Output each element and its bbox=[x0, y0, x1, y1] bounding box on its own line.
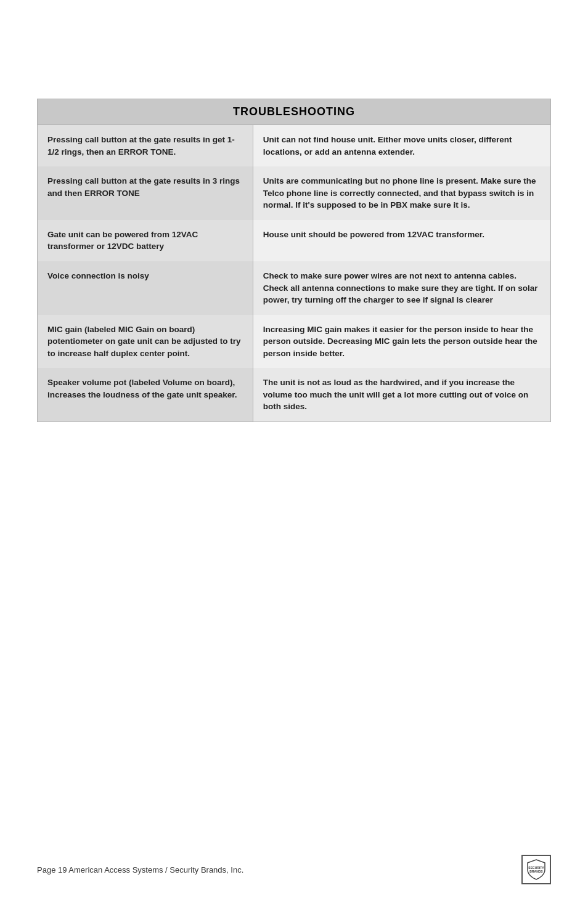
table-row-right-4: Increasing MIC gain makes it easier for … bbox=[253, 315, 550, 369]
page-content: TROUBLESHOOTING Pressing call button at … bbox=[0, 0, 588, 484]
page-footer: Page 19 American Access Systems / Securi… bbox=[37, 855, 551, 884]
shield-icon: SECURITY BRANDS bbox=[526, 858, 546, 881]
table-row-left-0: Pressing call button at the gate results… bbox=[38, 125, 253, 167]
table-row-left-5: Speaker volume pot (labeled Volume on bo… bbox=[38, 368, 253, 422]
table-row-right-2: House unit should be powered from 12VAC … bbox=[253, 220, 550, 261]
troubleshooting-table: TROUBLESHOOTING Pressing call button at … bbox=[37, 99, 551, 422]
footer-text: Page 19 American Access Systems / Securi… bbox=[37, 865, 243, 874]
table-row-left-1: Pressing call button at the gate results… bbox=[38, 166, 253, 220]
table-row-left-4: MIC gain (labeled MIC Gain on board) pot… bbox=[38, 315, 253, 369]
table-row-right-0: Unit can not find house unit. Either mov… bbox=[253, 125, 550, 167]
svg-text:BRANDS: BRANDS bbox=[529, 870, 543, 873]
table-title: TROUBLESHOOTING bbox=[38, 99, 551, 125]
table-row-right-5: The unit is not as loud as the hardwired… bbox=[253, 368, 550, 422]
table-row-left-2: Gate unit can be powered from 12VAC tran… bbox=[38, 220, 253, 261]
table-row-right-1: Units are communicating but no phone lin… bbox=[253, 166, 550, 220]
table-row-left-3: Voice connection is noisy bbox=[38, 261, 253, 315]
brand-logo: SECURITY BRANDS bbox=[521, 855, 551, 884]
table-row-right-3: Check to make sure power wires are not n… bbox=[253, 261, 550, 315]
